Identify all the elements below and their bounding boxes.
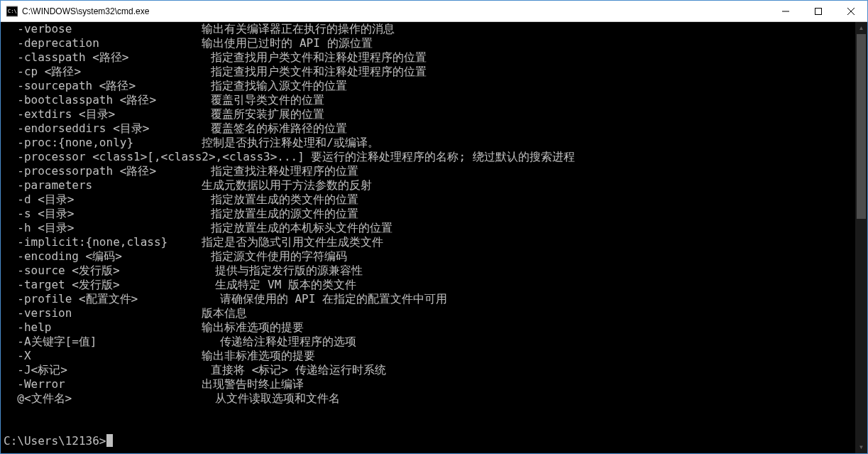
terminal-area: -verbose 输出有关编译器正在执行的操作的消息 -deprecation …: [1, 22, 867, 453]
terminal-line: -bootclasspath <路径> 覆盖引导类文件的位置: [4, 93, 852, 107]
terminal-line: -sourcepath <路径> 指定查找输入源文件的位置: [4, 79, 852, 93]
terminal-line: -endorseddirs <目录> 覆盖签名的标准路径的位置: [4, 121, 852, 136]
terminal-line: -classpath <路径> 指定查找用户类文件和注释处理程序的位置: [4, 50, 852, 65]
scroll-down-arrow[interactable]: ▼: [855, 441, 867, 453]
terminal-line: [4, 406, 852, 420]
prompt-line[interactable]: C:\Users\12136>: [4, 434, 852, 448]
terminal-line: -deprecation 输出使用已过时的 API 的源位置: [4, 36, 852, 50]
cursor: [106, 434, 113, 447]
title-bar: C:\ C:\WINDOWS\system32\cmd.exe: [1, 1, 867, 22]
terminal-line: -implicit:{none,class} 指定是否为隐式引用文件生成类文件: [4, 235, 852, 249]
close-button[interactable]: [835, 1, 867, 21]
scrollbar[interactable]: ▲ ▼: [855, 22, 867, 453]
terminal-line: -d <目录> 指定放置生成的类文件的位置: [4, 193, 852, 207]
cmd-icon: C:\: [6, 6, 18, 17]
terminal-line: -X 输出非标准选项的提要: [4, 349, 852, 363]
minimize-button[interactable]: [769, 1, 802, 21]
terminal-line: -encoding <编码> 指定源文件使用的字符编码: [4, 249, 852, 264]
terminal-line: -cp <路径> 指定查找用户类文件和注释处理程序的位置: [4, 65, 852, 79]
scroll-up-arrow[interactable]: ▲: [855, 22, 867, 34]
window-controls: [769, 1, 867, 21]
scroll-track[interactable]: [855, 34, 867, 441]
terminal-line: -version 版本信息: [4, 306, 852, 320]
terminal-line: -A关键字[=值] 传递给注释处理程序的选项: [4, 335, 852, 349]
terminal-line: -J<标记> 直接将 <标记> 传递给运行时系统: [4, 363, 852, 377]
terminal-line: -profile <配置文件> 请确保使用的 API 在指定的配置文件中可用: [4, 292, 852, 306]
window-title: C:\WINDOWS\system32\cmd.exe: [22, 6, 769, 16]
terminal-line: -h <目录> 指定放置生成的本机标头文件的位置: [4, 221, 852, 235]
prompt-text: C:\Users\12136>: [4, 434, 106, 448]
svg-rect-3: [815, 8, 822, 14]
terminal-line: [4, 420, 852, 434]
terminal-line: -processor <class1>[,<class2>,<class3>..…: [4, 150, 852, 164]
terminal-line: -proc:{none,only} 控制是否执行注释处理和/或编译。: [4, 136, 852, 150]
maximize-button[interactable]: [802, 1, 835, 21]
terminal-line: -help 输出标准选项的提要: [4, 320, 852, 335]
terminal-line: -Werror 出现警告时终止编译: [4, 377, 852, 391]
terminal-line: -processorpath <路径> 指定查找注释处理程序的位置: [4, 164, 852, 178]
terminal-line: -extdirs <目录> 覆盖所安装扩展的位置: [4, 107, 852, 121]
terminal-output[interactable]: -verbose 输出有关编译器正在执行的操作的消息 -deprecation …: [1, 22, 855, 453]
scroll-thumb[interactable]: [857, 34, 866, 219]
terminal-line: @<文件名> 从文件读取选项和文件名: [4, 391, 852, 406]
terminal-line: -source <发行版> 提供与指定发行版的源兼容性: [4, 264, 852, 278]
terminal-line: -target <发行版> 生成特定 VM 版本的类文件: [4, 278, 852, 292]
svg-text:C:\: C:\: [8, 9, 17, 14]
terminal-line: -s <目录> 指定放置生成的源文件的位置: [4, 207, 852, 221]
terminal-line: -parameters 生成元数据以用于方法参数的反射: [4, 178, 852, 193]
terminal-line: -verbose 输出有关编译器正在执行的操作的消息: [4, 22, 852, 36]
